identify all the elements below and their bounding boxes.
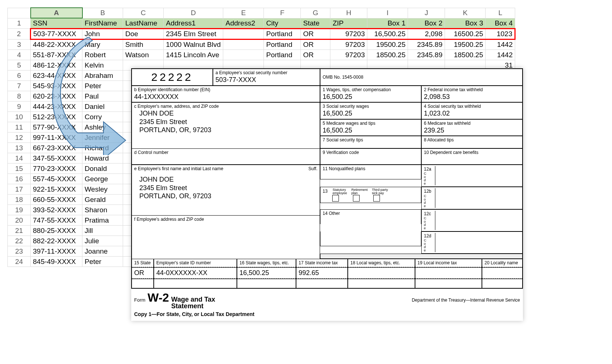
cell[interactable]: Wesley [82,184,123,195]
cell[interactable]: Portland [264,29,301,40]
row-header[interactable]: 11 [8,122,31,133]
cell[interactable]: 18500.25 [445,50,486,60]
cell[interactable]: OR [301,40,330,50]
cell[interactable]: 393-52-XXXX [31,205,82,215]
cell[interactable]: 623-44-XXXX [31,71,82,81]
header-cell[interactable]: City [264,18,301,29]
cell[interactable]: 486-12-XXXX [31,60,82,71]
col-F-header[interactable]: F [264,8,301,18]
cell[interactable]: 997-11-XXXX [31,133,82,143]
cell[interactable]: 1023 [486,29,515,40]
cell[interactable]: 397-11-XXXX [31,246,82,257]
row-header[interactable]: 5 [8,60,31,71]
cell[interactable]: 2345 Elm Street [164,29,223,40]
cell[interactable]: 620-23-XXXX [31,91,82,102]
cell[interactable]: Peter [82,81,123,91]
checkbox-sickpay[interactable] [373,195,380,202]
col-C-header[interactable]: C [123,8,164,18]
header-cell[interactable]: Box 2 [408,18,445,29]
cell[interactable]: OR [301,50,330,60]
cell[interactable]: 845-49-XXXX [31,257,82,267]
cell[interactable]: 512-23-XXXX [31,112,82,122]
col-G-header[interactable]: G [301,8,330,18]
cell[interactable]: 2,098 [408,29,445,40]
row-header[interactable]: 21 [8,226,31,236]
corner-cell[interactable] [8,8,31,18]
cell[interactable]: 18500.25 [367,50,408,60]
col-J-header[interactable]: J [408,8,445,18]
row-header[interactable]: 17 [8,184,31,195]
cell[interactable]: 667-23-XXXX [31,143,82,153]
row-header[interactable]: 19 [8,205,31,215]
row-header[interactable]: 18 [8,195,31,205]
cell[interactable]: Jennifer [82,133,123,143]
cell[interactable]: 97203 [330,29,367,40]
cell[interactable] [223,40,264,50]
cell[interactable]: Julie [82,236,123,246]
cell[interactable]: Smith [123,40,164,50]
row-header[interactable]: 8 [8,91,31,102]
cell[interactable]: 16500.25 [445,29,486,40]
cell[interactable]: Gerald [82,195,123,205]
cell[interactable]: 747-55-XXXX [31,215,82,226]
row-header[interactable]: 3 [8,40,31,50]
col-H-header[interactable]: H [330,8,367,18]
cell[interactable]: 1442 [486,50,515,60]
row-header[interactable]: 7 [8,81,31,91]
col-I-header[interactable]: I [367,8,408,18]
header-cell[interactable]: Box 3 [445,18,486,29]
cell[interactable]: 770-23-XXXX [31,164,82,174]
cell[interactable]: 347-55-XXXX [31,153,82,164]
cell[interactable]: 1000 Walnut Blvd [164,40,223,50]
cell[interactable]: 2345.89 [408,50,445,60]
cell[interactable]: Donald [82,164,123,174]
header-cell[interactable]: SSN [31,18,82,29]
header-cell[interactable]: Box 4 [486,18,515,29]
cell[interactable]: 545-93-XXXX [31,81,82,91]
row-header[interactable]: 13 [8,143,31,153]
col-A-header[interactable]: A [31,8,82,18]
col-K-header[interactable]: K [445,8,486,18]
cell[interactable]: 922-15-XXXX [31,184,82,195]
row-header[interactable]: 23 [8,246,31,257]
header-cell[interactable]: Box 1 [367,18,408,29]
cell[interactable]: Doe [123,29,164,40]
cell[interactable]: 1415 Lincoln Ave [164,50,223,60]
cell[interactable]: Abraham [82,71,123,81]
cell[interactable]: George [82,174,123,184]
cell[interactable]: 660-55-XXXX [31,195,82,205]
cell[interactable]: Daniel [82,102,123,112]
row-header[interactable]: 24 [8,257,31,267]
cell[interactable]: Corry [82,112,123,122]
col-D-header[interactable]: D [164,8,223,18]
cell[interactable]: Watson [123,50,164,60]
row-header[interactable]: 6 [8,71,31,81]
checkbox-statutory[interactable] [332,195,339,202]
cell[interactable]: 577-90-XXXX [31,122,82,133]
row-header[interactable]: 20 [8,215,31,226]
cell[interactable] [223,50,264,60]
cell[interactable]: Pratima [82,215,123,226]
cell[interactable]: Paul [82,91,123,102]
row-header[interactable]: 10 [8,112,31,122]
cell[interactable]: Jill [82,226,123,236]
cell[interactable]: Portland [264,50,301,60]
cell[interactable]: Richard [82,143,123,153]
cell[interactable]: Peter [82,257,123,267]
row-header[interactable]: 4 [8,50,31,60]
cell[interactable]: 880-25-XXXX [31,226,82,236]
cell[interactable]: 551-87-XXXX [31,50,82,60]
row-header[interactable]: 2 [8,29,31,40]
row-header[interactable]: 9 [8,102,31,112]
header-cell[interactable]: State [301,18,330,29]
cell[interactable]: Joanne [82,246,123,257]
cell[interactable]: Robert [82,50,123,60]
cell[interactable]: 557-45-XXXX [31,174,82,184]
row-header[interactable]: 15 [8,164,31,174]
cell[interactable]: 19500.25 [367,40,408,50]
header-cell[interactable]: LastName [123,18,164,29]
cell[interactable]: OR [301,29,330,40]
checkbox-retirement[interactable] [353,195,360,202]
header-cell[interactable]: Address1 [164,18,223,29]
cell[interactable]: Howard [82,153,123,164]
